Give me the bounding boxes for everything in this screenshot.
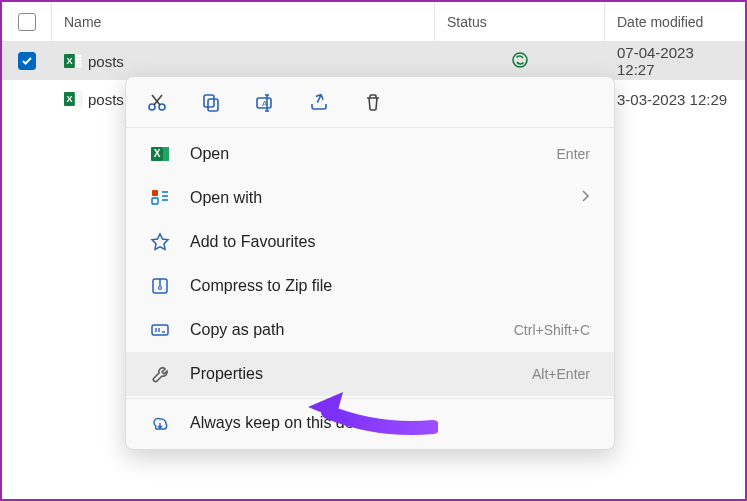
delete-icon[interactable] bbox=[362, 91, 384, 113]
svg-rect-27 bbox=[152, 190, 158, 196]
share-icon[interactable] bbox=[308, 91, 330, 113]
menu-always-keep[interactable]: Always keep on this device bbox=[126, 398, 614, 445]
file-name-label: posts bbox=[88, 53, 124, 70]
svg-rect-17 bbox=[204, 95, 214, 107]
svg-text:X: X bbox=[66, 94, 72, 104]
context-menu: A X Open Enter Open with bbox=[125, 76, 615, 450]
status-column-header[interactable]: Status bbox=[435, 2, 605, 41]
checkbox-header[interactable] bbox=[2, 2, 52, 41]
file-date-label: 3-03-2023 12:29 bbox=[605, 91, 745, 108]
menu-properties[interactable]: Properties Alt+Enter bbox=[126, 352, 614, 396]
menu-shortcut: Enter bbox=[557, 146, 590, 162]
file-row[interactable]: X posts 07-04-2023 12:27 bbox=[2, 42, 745, 80]
file-date-label: 07-04-2023 12:27 bbox=[605, 44, 745, 78]
menu-open-with[interactable]: Open with bbox=[126, 176, 614, 220]
star-icon bbox=[150, 232, 170, 252]
svg-rect-32 bbox=[152, 325, 168, 335]
open-with-icon bbox=[150, 188, 170, 208]
excel-file-icon: X bbox=[64, 52, 82, 70]
cut-icon[interactable] bbox=[146, 91, 168, 113]
context-toolbar: A bbox=[126, 77, 614, 128]
svg-text:A: A bbox=[262, 99, 268, 108]
svg-text:X: X bbox=[66, 56, 72, 66]
menu-add-favourites[interactable]: Add to Favourites bbox=[126, 220, 614, 264]
menu-compress-zip[interactable]: Compress to Zip file bbox=[126, 264, 614, 308]
rename-icon[interactable]: A bbox=[254, 91, 276, 113]
sync-status-icon bbox=[511, 51, 529, 72]
svg-rect-28 bbox=[152, 198, 158, 204]
date-column-header[interactable]: Date modified bbox=[605, 2, 745, 41]
chevron-right-icon bbox=[580, 189, 590, 207]
zip-icon bbox=[150, 276, 170, 296]
svg-rect-26 bbox=[163, 147, 169, 161]
menu-shortcut: Alt+Enter bbox=[532, 366, 590, 382]
svg-point-6 bbox=[513, 53, 527, 67]
svg-rect-18 bbox=[208, 99, 218, 111]
copy-icon[interactable] bbox=[200, 91, 222, 113]
name-column-header[interactable]: Name bbox=[52, 2, 435, 41]
select-all-checkbox[interactable] bbox=[18, 13, 36, 31]
file-name-label: posts bbox=[88, 91, 124, 108]
cloud-keep-icon bbox=[150, 413, 170, 433]
row-checkbox[interactable] bbox=[18, 52, 36, 70]
svg-point-31 bbox=[159, 287, 162, 290]
excel-app-icon: X bbox=[150, 144, 170, 164]
menu-copy-path[interactable]: Copy as path Ctrl+Shift+C bbox=[126, 308, 614, 352]
path-icon bbox=[150, 320, 170, 340]
menu-open[interactable]: X Open Enter bbox=[126, 132, 614, 176]
menu-shortcut: Ctrl+Shift+C bbox=[514, 322, 590, 338]
svg-text:X: X bbox=[154, 148, 161, 159]
column-headers: Name Status Date modified bbox=[2, 2, 745, 42]
wrench-icon bbox=[150, 364, 170, 384]
excel-file-icon: X bbox=[64, 90, 82, 108]
